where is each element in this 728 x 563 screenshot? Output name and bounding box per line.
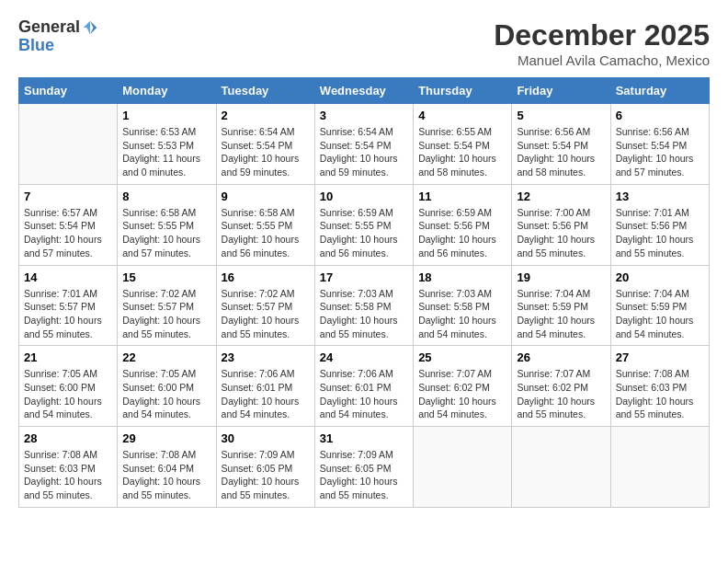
day-info: Sunrise: 6:57 AM Sunset: 5:54 PM Dayligh… — [24, 206, 112, 260]
day-info: Sunrise: 7:03 AM Sunset: 5:58 PM Dayligh… — [320, 287, 408, 341]
day-info: Sunrise: 7:00 AM Sunset: 5:56 PM Dayligh… — [517, 206, 605, 260]
svg-marker-0 — [90, 21, 97, 34]
calendar-cell: 26Sunrise: 7:07 AM Sunset: 6:02 PM Dayli… — [512, 346, 610, 427]
day-number: 13 — [616, 190, 704, 203]
day-number: 23 — [222, 350, 310, 364]
calendar-cell: 7Sunrise: 6:57 AM Sunset: 5:54 PM Daylig… — [19, 184, 118, 265]
day-number: 1 — [122, 109, 210, 122]
day-info: Sunrise: 7:02 AM Sunset: 5:57 PM Dayligh… — [122, 287, 210, 341]
calendar-cell: 21Sunrise: 7:05 AM Sunset: 6:00 PM Dayli… — [19, 346, 118, 427]
day-number: 31 — [320, 431, 408, 445]
day-number: 12 — [517, 190, 605, 203]
day-number: 15 — [122, 270, 210, 284]
calendar-cell: 31Sunrise: 7:09 AM Sunset: 6:05 PM Dayli… — [314, 427, 413, 508]
day-info: Sunrise: 7:07 AM Sunset: 6:02 PM Dayligh… — [418, 367, 506, 421]
logo: General Blue — [18, 18, 98, 55]
calendar-cell: 17Sunrise: 7:03 AM Sunset: 5:58 PM Dayli… — [314, 265, 413, 346]
day-info: Sunrise: 6:59 AM Sunset: 5:56 PM Dayligh… — [418, 206, 506, 260]
day-number: 7 — [24, 190, 112, 203]
logo-icon — [82, 19, 98, 36]
day-number: 11 — [418, 190, 506, 203]
calendar-cell: 27Sunrise: 7:08 AM Sunset: 6:03 PM Dayli… — [610, 346, 709, 427]
day-number: 5 — [517, 109, 605, 122]
calendar-cell: 20Sunrise: 7:04 AM Sunset: 5:59 PM Dayli… — [610, 265, 709, 346]
calendar-cell: 24Sunrise: 7:06 AM Sunset: 6:01 PM Dayli… — [314, 346, 413, 427]
calendar-cell: 14Sunrise: 7:01 AM Sunset: 5:57 PM Dayli… — [19, 265, 118, 346]
day-info: Sunrise: 7:09 AM Sunset: 6:05 PM Dayligh… — [320, 448, 408, 502]
day-number: 26 — [517, 350, 605, 364]
calendar-cell: 19Sunrise: 7:04 AM Sunset: 5:59 PM Dayli… — [512, 265, 610, 346]
calendar-cell: 16Sunrise: 7:02 AM Sunset: 5:57 PM Dayli… — [216, 265, 314, 346]
day-number: 17 — [320, 270, 408, 284]
calendar-cell — [19, 104, 118, 185]
calendar-cell: 2Sunrise: 6:54 AM Sunset: 5:54 PM Daylig… — [216, 104, 314, 185]
calendar-cell: 15Sunrise: 7:02 AM Sunset: 5:57 PM Dayli… — [118, 265, 216, 346]
day-number: 22 — [122, 350, 210, 364]
day-number: 6 — [616, 109, 704, 122]
calendar-cell: 23Sunrise: 7:06 AM Sunset: 6:01 PM Dayli… — [216, 346, 314, 427]
day-info: Sunrise: 6:58 AM Sunset: 5:55 PM Dayligh… — [222, 206, 310, 260]
day-header-sunday: Sunday — [19, 78, 118, 104]
calendar-cell: 25Sunrise: 7:07 AM Sunset: 6:02 PM Dayli… — [414, 346, 512, 427]
calendar-cell: 1Sunrise: 6:53 AM Sunset: 5:53 PM Daylig… — [118, 104, 216, 185]
calendar-cell: 11Sunrise: 6:59 AM Sunset: 5:56 PM Dayli… — [414, 184, 512, 265]
day-number: 2 — [222, 109, 310, 122]
day-number: 16 — [222, 270, 310, 284]
calendar-cell: 9Sunrise: 6:58 AM Sunset: 5:55 PM Daylig… — [216, 184, 314, 265]
day-info: Sunrise: 7:08 AM Sunset: 6:03 PM Dayligh… — [616, 367, 704, 421]
calendar-cell: 5Sunrise: 6:56 AM Sunset: 5:54 PM Daylig… — [512, 104, 610, 185]
day-number: 25 — [418, 350, 506, 364]
calendar-cell: 3Sunrise: 6:54 AM Sunset: 5:54 PM Daylig… — [314, 104, 413, 185]
day-info: Sunrise: 6:53 AM Sunset: 5:53 PM Dayligh… — [122, 125, 210, 179]
calendar-cell: 29Sunrise: 7:08 AM Sunset: 6:04 PM Dayli… — [118, 427, 216, 508]
day-info: Sunrise: 7:06 AM Sunset: 6:01 PM Dayligh… — [320, 367, 408, 421]
week-row-5: 28Sunrise: 7:08 AM Sunset: 6:03 PM Dayli… — [19, 427, 710, 508]
logo-blue: Blue — [18, 37, 98, 55]
title-area: December 2025 Manuel Avila Camacho, Mexi… — [494, 18, 710, 68]
day-info: Sunrise: 6:56 AM Sunset: 5:54 PM Dayligh… — [616, 125, 704, 179]
day-number: 19 — [517, 270, 605, 284]
day-info: Sunrise: 6:56 AM Sunset: 5:54 PM Dayligh… — [517, 125, 605, 179]
calendar-cell — [512, 427, 610, 508]
calendar-cell: 8Sunrise: 6:58 AM Sunset: 5:55 PM Daylig… — [118, 184, 216, 265]
day-number: 20 — [616, 270, 704, 284]
day-number: 18 — [418, 270, 506, 284]
calendar-cell: 13Sunrise: 7:01 AM Sunset: 5:56 PM Dayli… — [610, 184, 709, 265]
day-info: Sunrise: 6:55 AM Sunset: 5:54 PM Dayligh… — [418, 125, 506, 179]
calendar-cell — [414, 427, 512, 508]
day-number: 27 — [616, 350, 704, 364]
day-number: 9 — [222, 190, 310, 203]
calendar-subtitle: Manuel Avila Camacho, Mexico — [494, 52, 710, 68]
logo-general: General — [18, 18, 80, 37]
calendar-cell: 18Sunrise: 7:03 AM Sunset: 5:58 PM Dayli… — [414, 265, 512, 346]
day-info: Sunrise: 6:58 AM Sunset: 5:55 PM Dayligh… — [122, 206, 210, 260]
day-info: Sunrise: 7:09 AM Sunset: 6:05 PM Dayligh… — [222, 448, 310, 502]
week-row-2: 7Sunrise: 6:57 AM Sunset: 5:54 PM Daylig… — [19, 184, 710, 265]
calendar-cell: 30Sunrise: 7:09 AM Sunset: 6:05 PM Dayli… — [216, 427, 314, 508]
calendar-cell: 4Sunrise: 6:55 AM Sunset: 5:54 PM Daylig… — [414, 104, 512, 185]
calendar-cell: 22Sunrise: 7:05 AM Sunset: 6:00 PM Dayli… — [118, 346, 216, 427]
calendar-cell: 6Sunrise: 6:56 AM Sunset: 5:54 PM Daylig… — [610, 104, 709, 185]
day-info: Sunrise: 7:05 AM Sunset: 6:00 PM Dayligh… — [24, 367, 112, 421]
day-info: Sunrise: 6:59 AM Sunset: 5:55 PM Dayligh… — [320, 206, 408, 260]
day-number: 24 — [320, 350, 408, 364]
calendar-cell: 28Sunrise: 7:08 AM Sunset: 6:03 PM Dayli… — [19, 427, 118, 508]
week-row-4: 21Sunrise: 7:05 AM Sunset: 6:00 PM Dayli… — [19, 346, 710, 427]
day-header-thursday: Thursday — [414, 78, 512, 104]
day-number: 30 — [222, 431, 310, 445]
day-number: 3 — [320, 109, 408, 122]
day-info: Sunrise: 7:08 AM Sunset: 6:04 PM Dayligh… — [122, 448, 210, 502]
header: General Blue December 2025 Manuel Avila … — [18, 18, 710, 68]
day-header-row: SundayMondayTuesdayWednesdayThursdayFrid… — [19, 78, 710, 104]
day-info: Sunrise: 7:02 AM Sunset: 5:57 PM Dayligh… — [222, 287, 310, 341]
day-header-tuesday: Tuesday — [216, 78, 314, 104]
calendar-cell — [610, 427, 709, 508]
day-number: 4 — [418, 109, 506, 122]
calendar-table: SundayMondayTuesdayWednesdayThursdayFrid… — [18, 77, 710, 508]
calendar-cell: 10Sunrise: 6:59 AM Sunset: 5:55 PM Dayli… — [314, 184, 413, 265]
day-info: Sunrise: 7:07 AM Sunset: 6:02 PM Dayligh… — [517, 367, 605, 421]
day-number: 28 — [24, 431, 112, 445]
day-info: Sunrise: 6:54 AM Sunset: 5:54 PM Dayligh… — [320, 125, 408, 179]
day-number: 21 — [24, 350, 112, 364]
day-info: Sunrise: 7:06 AM Sunset: 6:01 PM Dayligh… — [222, 367, 310, 421]
